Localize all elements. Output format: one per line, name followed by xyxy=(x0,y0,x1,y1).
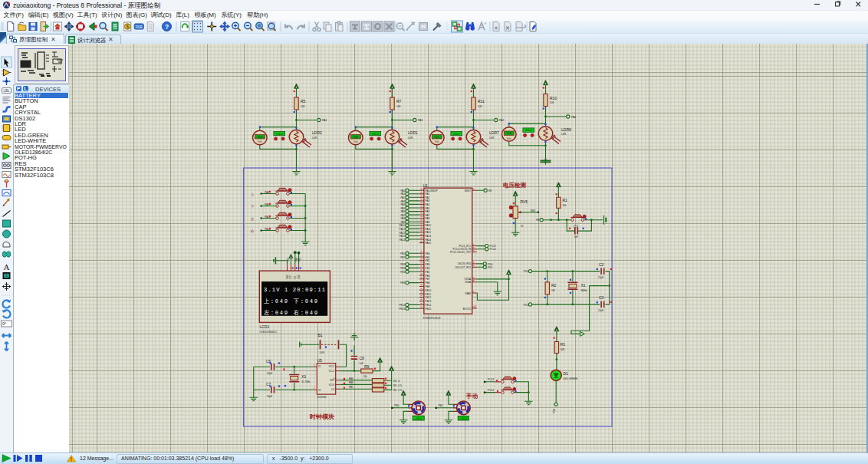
svg-text:RE: RE xyxy=(536,219,539,222)
svg-text:B1: B1 xyxy=(318,333,323,337)
svg-text:?: ? xyxy=(165,23,169,31)
svg-text:PB3: PB3 xyxy=(400,263,405,266)
svg-text:4.7k: 4.7k xyxy=(398,389,403,392)
svg-text:LDR1: LDR1 xyxy=(408,130,418,135)
svg-text:VCC: VCC xyxy=(289,275,292,279)
svg-text:PB1: PB1 xyxy=(426,256,430,259)
svg-text:PA2: PA2 xyxy=(400,196,405,199)
svg-text:手动: 手动 xyxy=(465,393,478,400)
svg-text:8MHz: 8MHz xyxy=(581,289,588,292)
svg-text:PA8: PA8 xyxy=(265,191,269,194)
svg-text:PA7: PA7 xyxy=(400,214,405,217)
svg-text:PB5: PB5 xyxy=(400,271,405,274)
svg-text:PB4: PB4 xyxy=(426,267,430,270)
svg-text:U1: U1 xyxy=(423,183,429,188)
svg-text:LED-GREEN: LED-GREEN xyxy=(564,377,578,380)
svg-text:PB5: PB5 xyxy=(349,386,353,389)
svg-text:PA3: PA3 xyxy=(426,199,430,202)
svg-text:GND: GND xyxy=(286,275,289,279)
svg-text:PB5: PB5 xyxy=(426,271,430,274)
svg-text:10K: 10K xyxy=(396,105,402,108)
svg-text:DS1302: DS1302 xyxy=(317,396,327,399)
svg-text:30pF: 30pF xyxy=(267,372,272,375)
svg-text:PB1: PB1 xyxy=(400,256,405,259)
svg-text:PA11: PA11 xyxy=(399,228,406,231)
svg-text:C1: C1 xyxy=(574,224,579,229)
svg-text:PA13: PA13 xyxy=(399,235,406,238)
svg-text:SDA: SDA xyxy=(298,275,301,279)
svg-text:X2: X2 xyxy=(318,389,321,392)
svg-text:3.6V: 3.6V xyxy=(320,351,325,354)
svg-text:R7: R7 xyxy=(396,99,402,104)
svg-text:PB13: PB13 xyxy=(426,300,432,303)
svg-text:3.1V 1 20:09:11: 3.1V 1 20:09:11 xyxy=(264,287,325,293)
svg-text:U5: U5 xyxy=(317,358,323,363)
svg-text:OLE: OLE xyxy=(136,25,143,29)
svg-text:PB9: PB9 xyxy=(426,285,430,288)
svg-text:PA0-WKUP: PA0-WKUP xyxy=(426,189,438,193)
svg-text:PB12: PB12 xyxy=(426,296,432,299)
svg-text:PB11: PB11 xyxy=(426,293,432,296)
svg-text:VCC2: VCC2 xyxy=(328,370,334,373)
svg-text:LDR2: LDR2 xyxy=(312,130,322,135)
svg-text:A: A xyxy=(4,262,10,271)
svg-text:PA5: PA5 xyxy=(426,207,430,210)
svg-text:R1: R1 xyxy=(563,198,568,202)
svg-text:RST: RST xyxy=(330,379,334,382)
svg-text:PD0: PD0 xyxy=(524,270,528,273)
svg-text:LDR7: LDR7 xyxy=(489,130,499,135)
svg-text:PA11: PA11 xyxy=(426,228,431,231)
svg-text:PA9: PA9 xyxy=(400,221,405,224)
svg-text:PA1: PA1 xyxy=(400,193,405,196)
svg-text:PA3: PA3 xyxy=(418,119,422,122)
svg-text:1uF: 1uF xyxy=(574,235,579,239)
svg-text:PA15: PA15 xyxy=(426,242,432,245)
svg-text:PA5: PA5 xyxy=(400,207,405,210)
svg-text:4.7k: 4.7k xyxy=(398,384,403,387)
svg-text:PA6: PA6 xyxy=(571,116,576,119)
svg-text:X1: X1 xyxy=(581,283,586,288)
svg-text:PB6: PB6 xyxy=(426,275,430,278)
svg-text:10k: 10k xyxy=(563,204,567,207)
svg-text:PB1: PB1 xyxy=(439,404,443,407)
svg-text:22pF: 22pF xyxy=(598,309,603,312)
svg-text:PC14: PC14 xyxy=(490,248,496,251)
svg-text:PA2: PA2 xyxy=(499,119,504,122)
svg-text:2: 2 xyxy=(314,387,315,390)
svg-text:PB0: PB0 xyxy=(394,404,399,407)
svg-text:R2: R2 xyxy=(551,283,557,288)
svg-text:PA6: PA6 xyxy=(426,210,430,213)
svg-text:+90.0: +90.0 xyxy=(460,417,467,420)
svg-text:PA8: PA8 xyxy=(400,217,405,220)
svg-text:RV5: RV5 xyxy=(521,199,528,204)
svg-text:PA4: PA4 xyxy=(400,203,405,206)
svg-text:1nF: 1nF xyxy=(360,362,364,365)
svg-text:PA14: PA14 xyxy=(399,239,406,242)
svg-text:PA10: PA10 xyxy=(426,224,432,227)
svg-text:PA4: PA4 xyxy=(426,203,430,206)
svg-text:STM32F103C8: STM32F103C8 xyxy=(423,317,441,320)
svg-text:LDR8: LDR8 xyxy=(561,127,571,132)
svg-text:RN1: RN1 xyxy=(531,209,536,212)
svg-text:R6: R6 xyxy=(393,389,396,392)
svg-text:PA9: PA9 xyxy=(426,221,430,224)
svg-text:30pF: 30pF xyxy=(267,395,272,398)
svg-text:PB8: PB8 xyxy=(400,281,405,285)
svg-text:R3: R3 xyxy=(561,342,566,347)
svg-text:RE: RE xyxy=(488,189,492,193)
svg-text:LCD1: LCD1 xyxy=(260,324,270,329)
svg-text:PD1: PD1 xyxy=(524,304,528,307)
svg-text:左: 左 xyxy=(251,217,255,221)
svg-text:R5: R5 xyxy=(393,384,396,387)
svg-text:10K: 10K xyxy=(550,101,555,104)
svg-text:R4: R4 xyxy=(393,380,396,383)
svg-text:LDR: LDR xyxy=(561,133,567,136)
svg-text:$: $ xyxy=(126,24,129,29)
svg-text:1M: 1M xyxy=(551,289,555,292)
svg-text:PD1: PD1 xyxy=(488,266,492,269)
svg-text:OSCOUT_PD1: OSCOUT_PD1 xyxy=(455,266,471,269)
svg-text:VBAT: VBAT xyxy=(465,292,471,295)
svg-text:R11: R11 xyxy=(478,99,485,104)
svg-text:LDR: LDR xyxy=(408,137,413,140)
svg-text:PB2: PB2 xyxy=(426,259,430,262)
